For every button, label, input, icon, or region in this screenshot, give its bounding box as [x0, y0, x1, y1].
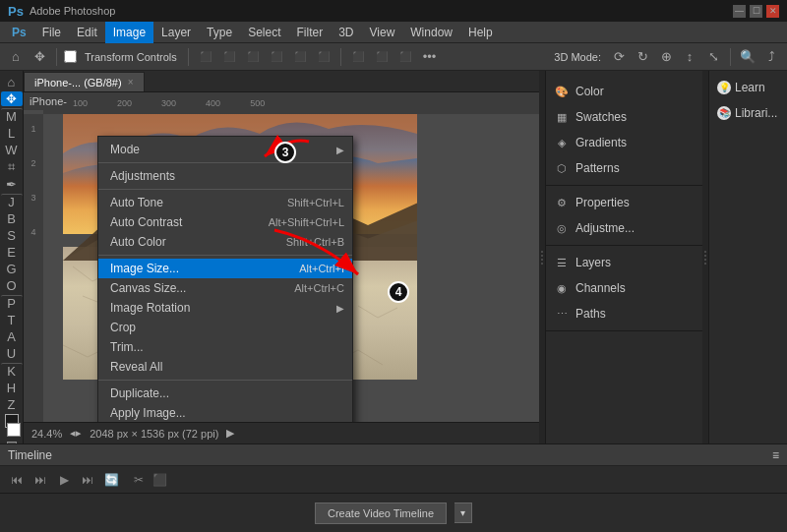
tool-eyedropper[interactable]: ✒: [1, 177, 23, 192]
minimize-button[interactable]: —: [733, 5, 746, 18]
transform-controls-checkbox[interactable]: [64, 50, 77, 63]
tool-eraser[interactable]: E: [1, 245, 23, 260]
move-icon[interactable]: ✥: [30, 47, 49, 67]
panel-properties[interactable]: ⚙ Properties: [546, 190, 702, 215]
tool-pen[interactable]: P: [1, 295, 23, 311]
tool-heal[interactable]: J: [1, 194, 23, 209]
background-color[interactable]: [7, 423, 21, 437]
timeline-insert[interactable]: ⬛: [151, 471, 168, 489]
panel-gradients[interactable]: ◈ Gradients: [546, 130, 702, 155]
distribute-center-icon[interactable]: ⬛: [372, 47, 392, 67]
menu-file[interactable]: File: [34, 22, 69, 43]
tool-stamp[interactable]: S: [1, 228, 23, 243]
panel-color[interactable]: 🎨 Color: [546, 79, 702, 104]
title-bar: Ps Adobe Photoshop — ☐ ✕: [0, 0, 787, 22]
tool-move[interactable]: ✥: [1, 91, 23, 106]
properties-icon: ⚙: [554, 195, 570, 210]
timeline-goto-start[interactable]: ⏮: [8, 471, 26, 489]
3d-mode-label: 3D Mode:: [550, 51, 605, 63]
timeline-cut[interactable]: ✂: [130, 471, 148, 489]
menu-apply-image[interactable]: Apply Image...: [98, 403, 352, 422]
menu-select[interactable]: Select: [240, 22, 288, 43]
menu-view[interactable]: View: [362, 22, 403, 43]
ruler-left: 1 2 3 4: [24, 114, 43, 422]
align-bottom-icon[interactable]: ⬛: [314, 47, 333, 67]
tool-shape[interactable]: U: [1, 346, 23, 361]
paths-icon: ⋯: [554, 306, 570, 322]
panel-channels[interactable]: ◉ Channels: [546, 275, 702, 301]
menu-ps[interactable]: Ps: [4, 22, 34, 43]
menu-type[interactable]: Type: [199, 22, 240, 43]
libraries-item[interactable]: 📚 Librari...: [709, 100, 787, 126]
create-video-timeline-button[interactable]: Create Video Timeline: [315, 502, 447, 524]
options-divider-4: [730, 48, 731, 66]
timeline-next-frame[interactable]: ⏭: [79, 471, 96, 489]
tool-hand[interactable]: H: [1, 381, 23, 395]
tool-path-select[interactable]: A: [1, 329, 23, 344]
window-controls: — ☐ ✕: [733, 5, 779, 18]
menu-duplicate[interactable]: Duplicate...: [98, 384, 352, 403]
timeline-menu-icon[interactable]: ≡: [772, 448, 779, 462]
align-top-icon[interactable]: ⬛: [267, 47, 286, 67]
menu-reveal-all[interactable]: Reveal All: [98, 357, 352, 377]
3d-roll-icon[interactable]: ↻: [633, 47, 652, 67]
align-middle-icon[interactable]: ⬛: [290, 47, 310, 67]
home-icon[interactable]: ⌂: [6, 47, 26, 67]
active-tab[interactable]: iPhone-... (GB/8#) ×: [24, 72, 145, 91]
expand-arrow[interactable]: ▶: [226, 427, 234, 440]
patterns-label: Patterns: [575, 161, 620, 175]
menu-help[interactable]: Help: [460, 22, 501, 43]
learn-icon: 💡: [717, 81, 731, 94]
tool-crop[interactable]: ⌗: [1, 159, 23, 175]
tool-type[interactable]: T: [1, 313, 23, 327]
distribute-right-icon[interactable]: ⬛: [395, 47, 415, 67]
menu-edit[interactable]: Edit: [69, 22, 105, 43]
panel-paths[interactable]: ⋯ Paths: [546, 301, 702, 326]
3d-pan-icon[interactable]: ⊕: [656, 47, 676, 67]
menu-auto-tone[interactable]: Auto Tone Shift+Ctrl+L: [98, 193, 352, 212]
panel-layers[interactable]: ☰ Layers: [546, 250, 702, 275]
align-right-icon[interactable]: ⬛: [243, 47, 263, 67]
align-center-icon[interactable]: ⬛: [219, 47, 239, 67]
quick-mask-mode[interactable]: [7, 442, 17, 443]
search-icon[interactable]: 🔍: [738, 47, 757, 67]
menu-3d[interactable]: 3D: [331, 22, 361, 43]
timeline-prev-frame[interactable]: ⏭: [31, 471, 49, 489]
tool-brush[interactable]: B: [1, 211, 23, 226]
close-button[interactable]: ✕: [766, 5, 779, 18]
gradients-label: Gradients: [575, 136, 627, 149]
tool-marquee[interactable]: M: [1, 108, 23, 124]
tool-dodge[interactable]: O: [1, 278, 23, 293]
maximize-button[interactable]: ☐: [750, 5, 762, 18]
more-options-icon[interactable]: •••: [419, 49, 441, 64]
learn-item[interactable]: 💡 Learn: [709, 75, 787, 100]
timeline-loop[interactable]: 🔄: [102, 471, 120, 489]
menu-crop[interactable]: Crop: [98, 318, 352, 337]
tab-close-icon[interactable]: ×: [128, 77, 134, 88]
menu-filter[interactable]: Filter: [288, 22, 331, 43]
tool-home[interactable]: ⌂: [1, 75, 23, 89]
menu-layer[interactable]: Layer: [153, 22, 199, 43]
menu-image-rotation[interactable]: Image Rotation ▶: [98, 298, 352, 318]
tool-zoom[interactable]: Z: [1, 397, 23, 412]
3d-scale-icon[interactable]: ⤡: [703, 47, 723, 67]
menu-trim[interactable]: Trim...: [98, 337, 352, 357]
tool-lasso[interactable]: L: [1, 126, 23, 141]
3d-rotate-icon[interactable]: ⟳: [609, 47, 629, 67]
timeline-dropdown-button[interactable]: ▾: [454, 502, 472, 523]
tool-gradient[interactable]: G: [1, 262, 23, 276]
timeline-play[interactable]: ▶: [55, 471, 73, 489]
tool-3d[interactable]: K: [1, 363, 23, 379]
paths-label: Paths: [575, 307, 606, 321]
panel-swatches[interactable]: ▦ Swatches: [546, 104, 702, 130]
share-icon[interactable]: ⤴: [761, 47, 781, 67]
menu-image[interactable]: Image: [105, 22, 153, 43]
distribute-left-icon[interactable]: ⬛: [348, 47, 368, 67]
panel-patterns[interactable]: ⬡ Patterns: [546, 155, 702, 181]
tool-quick-select[interactable]: W: [1, 143, 23, 157]
swatches-label: Swatches: [575, 110, 627, 124]
align-left-icon[interactable]: ⬛: [196, 47, 215, 67]
menu-window[interactable]: Window: [402, 22, 460, 43]
3d-slide-icon[interactable]: ↕: [680, 47, 699, 67]
panel-adjustments[interactable]: ◎ Adjustme...: [546, 215, 702, 241]
